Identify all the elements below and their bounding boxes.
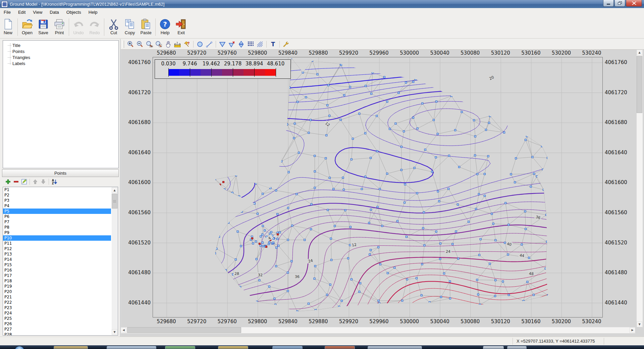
taskbar-button[interactable] [272, 346, 303, 349]
horizontal-scrollbar[interactable]: ◀▶ [121, 327, 635, 333]
menu-data[interactable]: Data [46, 8, 62, 16]
triangle-tool-button[interactable] [218, 40, 227, 49]
grid-tool-button[interactable] [246, 40, 255, 49]
tree-item-triangles[interactable]: Triangles [8, 55, 118, 61]
point-list-item[interactable]: P13 [3, 251, 111, 257]
point-list-item[interactable]: P15 [3, 262, 111, 268]
toolbar-grip[interactable] [122, 41, 124, 48]
scroll-thumb[interactable] [112, 194, 117, 209]
point-list-item[interactable]: P7 [3, 219, 111, 225]
point-list-item[interactable]: P3 [3, 198, 111, 203]
point-list-item[interactable]: P22 [3, 300, 111, 305]
exit-button[interactable]: Exit [173, 17, 189, 38]
circle-tool-button[interactable] [195, 40, 205, 49]
point-list-item[interactable]: P4 [3, 203, 111, 209]
point-list-item[interactable]: P20 [3, 289, 111, 294]
remove-point-button[interactable] [12, 178, 20, 185]
edit-point-button[interactable] [20, 178, 28, 185]
points-list-scrollbar[interactable]: ▲▼ [112, 187, 117, 335]
point-list-item[interactable]: P21 [3, 294, 111, 300]
menu-edit[interactable]: Edit [14, 8, 29, 16]
point-list-item[interactable]: P1 [3, 187, 111, 192]
scroll-left-arrow[interactable]: ◀ [121, 327, 126, 333]
sort-az-button[interactable]: AZ [50, 178, 58, 185]
point-list-item[interactable]: P10 [3, 235, 111, 241]
point-list-item[interactable]: P14 [3, 257, 111, 262]
open-button[interactable]: Open [19, 17, 35, 38]
taskbar-button[interactable] [218, 346, 248, 349]
triangle-delete-button[interactable] [227, 40, 236, 49]
start-button[interactable] [15, 346, 24, 349]
point-list-item[interactable]: P24 [3, 310, 111, 316]
point-list-item[interactable]: P26 [3, 321, 111, 327]
point-list-item[interactable]: P11 [3, 241, 111, 246]
menu-file[interactable]: File [0, 8, 14, 16]
menu-objects[interactable]: Objects [63, 8, 85, 16]
svg-text:?: ? [187, 41, 190, 46]
new-button[interactable]: New [0, 17, 16, 38]
point-list-item[interactable]: P25 [3, 316, 111, 321]
point-list-item[interactable]: P12 [3, 246, 111, 251]
scroll-up-arrow[interactable]: ▲ [112, 187, 117, 193]
move-down-button[interactable] [39, 178, 47, 185]
taskbar-button[interactable] [507, 346, 527, 349]
paste-button[interactable]: Paste [138, 17, 154, 38]
point-list-item[interactable]: P17 [3, 273, 111, 278]
point-list-item[interactable]: P6 [3, 214, 111, 219]
scroll-down-arrow[interactable]: ▼ [637, 322, 642, 327]
scroll-up-arrow[interactable]: ▲ [637, 50, 642, 55]
taskbar-button[interactable] [483, 346, 504, 349]
taskbar-button[interactable] [54, 346, 88, 349]
zoom-100-button[interactable]: 100 [145, 40, 154, 49]
move-up-button[interactable] [31, 178, 39, 185]
point-list-item[interactable]: P16 [3, 268, 111, 273]
copy-button[interactable]: Copy [122, 17, 138, 38]
print-button[interactable]: Print [51, 17, 67, 38]
taskbar-button[interactable] [368, 346, 422, 349]
point-list-item[interactable]: P5 [3, 209, 111, 214]
menu-help[interactable]: Help [85, 8, 101, 16]
cut-button[interactable]: Cut [106, 17, 122, 38]
vertical-scrollbar[interactable]: ▲▼ [637, 50, 643, 327]
tree-item-title[interactable]: Title [8, 43, 118, 49]
text-tool-button[interactable]: T [268, 40, 278, 49]
point-list-item[interactable]: P27 [3, 327, 111, 332]
point-list-item[interactable]: P19 [3, 284, 111, 289]
hatch-tool-button[interactable] [255, 40, 265, 49]
menu-view[interactable]: View [29, 8, 46, 16]
zoom-in-button[interactable] [126, 40, 135, 49]
help-button[interactable]: ?Help [157, 17, 173, 38]
tree-item-labels[interactable]: Labels [8, 61, 118, 67]
taskbar-button[interactable] [107, 346, 156, 349]
point-list-item[interactable]: P28 [3, 332, 111, 336]
point-list-item[interactable]: P18 [3, 278, 111, 284]
map-canvas[interactable]: 41212202424283236364044480.0309.74619.46… [153, 57, 603, 317]
flip-diamond-button[interactable] [236, 40, 246, 49]
zoom-out-button[interactable] [135, 40, 145, 49]
close-button[interactable] [626, 0, 642, 7]
restore-button[interactable] [614, 0, 625, 7]
query-pin-button[interactable]: ? [182, 40, 192, 49]
scroll-right-arrow[interactable]: ▶ [630, 327, 635, 333]
scroll-down-arrow[interactable]: ▼ [112, 329, 117, 335]
pan-hand-button[interactable] [163, 40, 173, 49]
tree-item-points[interactable]: Points [8, 49, 118, 55]
v-scroll-thumb[interactable] [637, 56, 642, 113]
point-list-item[interactable]: P2 [3, 192, 111, 198]
measure-ruler-button[interactable]: ? [173, 40, 182, 49]
y-axis-label-right: 4061600 [605, 179, 635, 185]
undo-arrow-icon [73, 18, 84, 30]
save-button[interactable]: Save [35, 17, 51, 38]
wrench-button[interactable] [281, 40, 291, 49]
segment-tool-button[interactable] [205, 40, 214, 49]
taskbar-button[interactable] [325, 346, 355, 349]
h-scroll-thumb[interactable] [127, 327, 241, 333]
points-list[interactable]: P1P2P3P4P5P6P7P8P9P10P11P12P13P14P15P16P… [3, 187, 118, 336]
taskbar-button[interactable] [165, 346, 195, 349]
add-point-button[interactable] [4, 178, 12, 185]
zoom-window-button[interactable] [154, 40, 163, 49]
minimize-button[interactable] [603, 0, 614, 7]
point-list-item[interactable]: P23 [3, 305, 111, 310]
point-list-item[interactable]: P8 [3, 225, 111, 230]
point-list-item[interactable]: P9 [3, 230, 111, 235]
